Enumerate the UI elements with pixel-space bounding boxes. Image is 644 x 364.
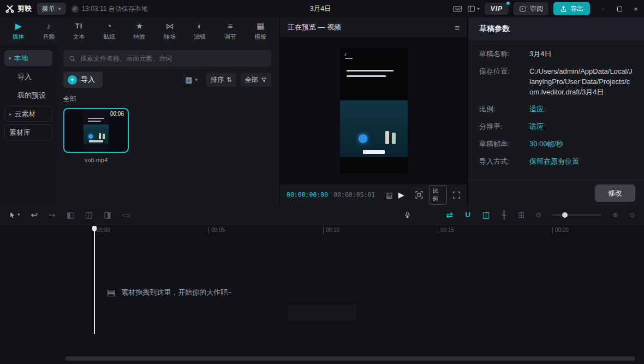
sort-icon: ⇅ — [226, 76, 232, 83]
param-value[interactable]: 适应 — [529, 122, 544, 132]
tab-label: 特效 — [133, 33, 145, 41]
tab-template[interactable]: ▦ 模板 — [246, 21, 276, 41]
tab-transition[interactable]: ⋈ 转场 — [154, 21, 184, 41]
sidebar-item-local[interactable]: ▾ 本地 — [4, 50, 52, 66]
sidebar-item-import[interactable]: 导入 — [4, 69, 52, 85]
zoom-in-button[interactable]: ⊕ — [612, 211, 618, 218]
zoom-slider-knob[interactable] — [562, 212, 568, 218]
empty-hint-text: 素材拖拽到这里，开始你的大作吧~ — [121, 288, 232, 297]
adjust-icon: ≡ — [228, 21, 232, 31]
app-window: 剪映 菜单 ▾ ✓ 13:03:11 自动保存本地 3月4日 ▾ — [0, 0, 644, 364]
preview-axis-toggle[interactable]: ╫ — [501, 211, 507, 219]
param-value[interactable]: 适应 — [529, 104, 544, 115]
undo-button[interactable]: ↩ — [31, 211, 38, 219]
total-timecode: 00:00:05:01 — [333, 191, 375, 199]
menu-button[interactable]: 菜单 ▾ — [37, 3, 66, 15]
preview-header: 正在预览 — 视频 ≡ — [280, 17, 467, 37]
review-label: 审阅 — [530, 4, 543, 14]
search-input[interactable] — [80, 55, 266, 62]
playhead[interactable] — [94, 226, 95, 334]
snap-toggle[interactable] — [464, 211, 472, 219]
view-mode-button[interactable]: ▦ ▾ — [181, 73, 202, 87]
minimize-button[interactable]: − — [595, 0, 611, 17]
empty-timeline-hint: ▤ 素材拖拽到这里，开始你的大作吧~ — [107, 287, 232, 297]
tab-text[interactable]: TI 文本 — [64, 21, 94, 41]
adapt-view-button[interactable]: ⊞ — [518, 211, 525, 219]
modify-button[interactable]: 修改 — [595, 184, 635, 202]
library-sidebar: ▾ 本地 导入 我的预设 ▸ 云素材 素材库 — [0, 45, 57, 205]
watermark-text-bar — [345, 58, 353, 59]
tab-label: 音频 — [43, 33, 55, 41]
timeline-zoom-slider[interactable] — [552, 214, 601, 216]
sidebar-item-label: 云素材 — [15, 109, 36, 119]
preview-axis-icon: ╫ — [501, 211, 507, 219]
timeline-ruler[interactable]: 00:00 00:05 00:10 00:15 00:20 — [0, 225, 644, 237]
clip-filename: vob.mp4 — [63, 157, 129, 163]
focus-preview-button[interactable] — [415, 190, 424, 199]
close-button[interactable]: × — [628, 0, 644, 17]
funnel-icon — [261, 77, 267, 83]
select-tool-button[interactable]: ▾ — [9, 211, 20, 219]
chevron-down-icon: ▾ — [17, 212, 20, 217]
ruler-tick: 00:15 — [438, 227, 454, 234]
filter-icon: ◐ — [198, 21, 202, 31]
maximize-button[interactable] — [611, 0, 628, 17]
zoom-out-button[interactable]: ⊖ — [535, 211, 541, 218]
timeline-tracks[interactable]: ▤ 素材拖拽到这里，开始你的大作吧~ — [0, 237, 644, 364]
video-canvas[interactable]: ♪ — [340, 48, 408, 174]
fullscreen-icon — [452, 191, 461, 199]
scan-focus-icon — [415, 190, 424, 199]
tab-adjust[interactable]: ≡ 调节 — [215, 21, 245, 41]
trim-left-button[interactable]: ◧ — [67, 211, 74, 219]
fullscreen-button[interactable] — [452, 191, 461, 199]
sidebar-item-material-library[interactable]: 素材库 — [4, 124, 52, 140]
vip-button[interactable]: VIP — [485, 3, 509, 15]
tab-filter[interactable]: ◐ 滤镜 — [185, 21, 215, 41]
sidebar-item-cloud[interactable]: ▸ 云素材 — [4, 106, 52, 122]
sidebar-item-label: 素材库 — [9, 128, 31, 138]
review-button[interactable]: 审阅 — [514, 2, 548, 15]
sort-button[interactable]: 排序 ⇅ — [206, 73, 236, 87]
param-value[interactable]: 30.00帧/秒 — [529, 139, 563, 150]
delete-button[interactable]: ▭ — [122, 211, 130, 219]
autosave-text: 13:03:11 自动保存本地 — [82, 4, 148, 14]
clip-thumbnail: 00:06 — [63, 108, 129, 153]
preview-menu-icon[interactable]: ≡ — [455, 23, 460, 32]
ratio-button[interactable]: 比例 — [429, 185, 447, 205]
adapt-view-icon: ⊞ — [518, 211, 525, 219]
fit-timeline-button[interactable]: ⊙ — [629, 211, 635, 218]
sticker-icon: ◔ — [107, 21, 112, 31]
playhead-handle[interactable] — [92, 226, 97, 231]
tab-sticker[interactable]: ◔ 贴纸 — [94, 21, 124, 41]
tab-effects[interactable]: ★ 特效 — [124, 21, 154, 41]
sort-label: 排序 — [211, 75, 224, 85]
record-voiceover-button[interactable] — [404, 211, 411, 219]
grid-view-icon: ▦ — [185, 76, 192, 83]
shortcut-keyboard-button[interactable] — [453, 5, 462, 13]
horizontal-scrollbar[interactable] — [65, 356, 635, 361]
app-name: 剪映 — [17, 4, 32, 14]
export-button[interactable]: 导出 — [553, 2, 590, 15]
quality-icon[interactable]: ▤ — [386, 191, 392, 199]
split-button[interactable]: ◫ — [85, 211, 93, 219]
filter-button[interactable]: 全部 — [241, 73, 271, 87]
trim-right-button[interactable]: ◨ — [104, 211, 111, 219]
linkage-toggle[interactable]: ◫ — [482, 211, 490, 219]
export-icon — [560, 5, 567, 13]
import-button[interactable]: + 导入 — [63, 71, 103, 88]
chevron-down-icon: ▾ — [58, 6, 61, 11]
linkage-icon: ◫ — [482, 211, 490, 219]
media-clip-card[interactable]: 00:06 — [63, 108, 129, 163]
sidebar-item-presets[interactable]: 我的预设 — [4, 87, 52, 103]
watermark-icon: ♪ — [344, 52, 347, 57]
tab-label: 转场 — [164, 33, 176, 41]
layout-switch-button[interactable]: ▾ — [467, 5, 480, 13]
redo-button[interactable]: ↪ — [49, 211, 56, 219]
keyboard-icon — [453, 5, 462, 13]
tab-audio[interactable]: ♪ 音频 — [33, 21, 63, 41]
play-button[interactable]: ▶ — [398, 190, 404, 199]
tab-media[interactable]: ▶ 媒体 — [3, 21, 33, 41]
auto-cut-toggle[interactable]: ⇄ — [446, 211, 453, 219]
param-value[interactable]: 保留在原有位置 — [529, 157, 579, 167]
trim-left-icon: ◧ — [67, 211, 74, 219]
